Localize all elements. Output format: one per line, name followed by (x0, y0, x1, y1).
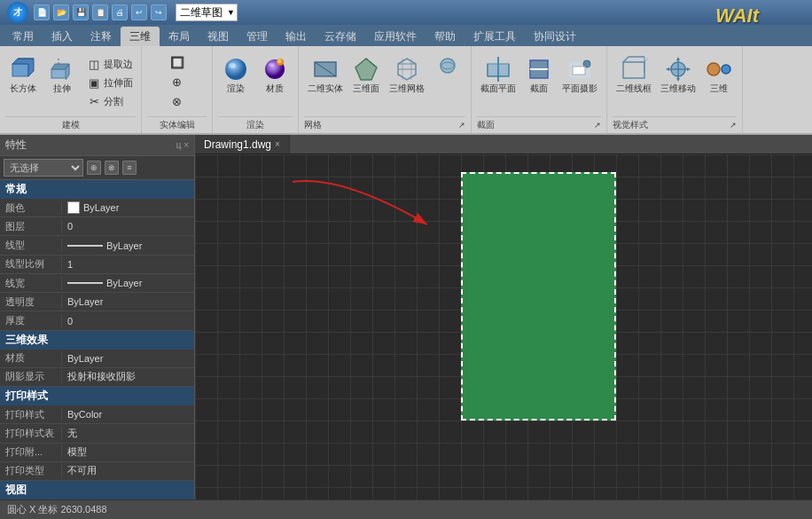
extract-edge-icon: ◫ (86, 56, 102, 72)
ribbon-group-mesh: 二维实体 三维面 (299, 46, 472, 133)
3d-face-label: 三维面 (353, 83, 379, 94)
green-rectangle (461, 172, 616, 421)
3d-mesh-label: 三维网格 (389, 83, 425, 94)
svg-rect-21 (573, 67, 585, 75)
ribbon-group-render: 渲染 (213, 46, 299, 133)
tab-manage[interactable]: 管理 (238, 27, 277, 46)
tool-flatshot[interactable]: 平面摄影 (558, 53, 601, 96)
2d-solid-label: 二维实体 (308, 83, 343, 94)
section-label: 截面 (530, 83, 548, 94)
ribbon-tabs: 常用 插入 注释 三维 布局 视图 管理 输出 云存储 应用软件 帮助 扩展工具… (0, 25, 812, 46)
box-label: 长方体 (10, 83, 36, 94)
save-icon[interactable]: 💾 (73, 4, 89, 20)
props-icon-1[interactable]: ⊕ (87, 161, 101, 175)
open-icon[interactable]: 📂 (53, 4, 69, 20)
svg-point-6 (269, 63, 274, 67)
tool-box[interactable]: 长方体 (5, 53, 41, 96)
tool-extract-edge[interactable]: ◫ 提取边 (83, 55, 136, 73)
prop-layer: 图层 0 (0, 217, 194, 236)
solid3-icon: ⊗ (169, 93, 185, 109)
tool-mesh-extra[interactable] (430, 53, 465, 85)
title-bar: 才 📄 📂 💾 📋 🖨 ↩ ↪ 二维草图 ▼ WAIt (0, 0, 812, 25)
group-label-mesh: 网格 ↗ (304, 116, 465, 131)
tool-extrude-face[interactable]: ▣ 拉伸面 (83, 74, 136, 91)
svg-point-14 (441, 59, 455, 73)
solid2-icon: ⊕ (169, 74, 185, 90)
visual-expand[interactable]: ↗ (730, 121, 737, 130)
tool-solid-3[interactable]: ⊗ (167, 92, 188, 110)
svg-rect-1 (51, 69, 66, 78)
3d-extra-label: 三维 (710, 83, 728, 94)
mesh-expand[interactable]: ↗ (458, 121, 465, 130)
2d-solid-icon (311, 55, 340, 83)
prop-linewidth: 线宽 ByLayer (0, 274, 194, 293)
tab-collab[interactable]: 协同设计 (525, 27, 585, 46)
tab-insert[interactable]: 插入 (43, 27, 82, 46)
tool-section-plane[interactable]: 截面平面 (477, 53, 519, 96)
tool-3d-mesh[interactable]: 三维网格 (386, 53, 428, 96)
new-icon[interactable]: 📄 (34, 4, 50, 20)
tool-3d-move[interactable]: 三维移动 (657, 53, 699, 96)
extrude-icon (48, 55, 76, 83)
workspace-dropdown[interactable]: 二维草图 ▼ (176, 4, 238, 21)
tool-material[interactable]: 材质 (257, 53, 293, 96)
tab-apps[interactable]: 应用软件 (365, 27, 426, 46)
properties-title: 特性 (5, 138, 27, 153)
tool-2d-solid[interactable]: 二维实体 (304, 53, 347, 96)
redo-icon[interactable]: ↪ (151, 4, 167, 20)
prop-thickness: 厚度 0 (0, 311, 194, 330)
tool-3d-face[interactable]: 三维面 (348, 53, 384, 96)
prop-color: 颜色 ByLayer (0, 199, 194, 217)
quick-access-toolbar: 📄 📂 💾 📋 🖨 ↩ ↪ (34, 4, 167, 20)
prop-shadow: 阴影显示 投射和接收阴影 (0, 368, 194, 387)
tab-close[interactable]: × (275, 139, 280, 149)
tool-section[interactable]: 截面 (521, 53, 557, 96)
properties-header: 特性 ц × (0, 135, 194, 156)
svg-marker-33 (687, 67, 691, 71)
tab-3d[interactable]: 三维 (121, 27, 160, 46)
tool-solid-1[interactable]: 🔲 (167, 53, 188, 71)
print-icon[interactable]: 🖨 (112, 4, 128, 20)
flatshot-icon (566, 55, 594, 83)
tab-output[interactable]: 输出 (277, 27, 316, 46)
section-view: 视图 (0, 481, 194, 499)
tool-solid-2[interactable]: ⊕ (167, 73, 188, 90)
tab-annotation[interactable]: 注释 (82, 27, 121, 46)
group-label-modeling: 建模 (5, 116, 136, 131)
prop-linetype: 线型 ByLayer (0, 236, 194, 255)
2d-wireframe-icon (620, 55, 648, 83)
extrude-face-icon: ▣ (86, 75, 102, 90)
props-icon-2[interactable]: ⊗ (105, 161, 119, 175)
tool-extrude[interactable]: 拉伸 (44, 53, 80, 96)
canvas-content[interactable] (195, 154, 812, 499)
group-label-section: 截面 ↗ (477, 116, 601, 131)
tab-name: Drawing1.dwg (204, 138, 271, 151)
tab-common[interactable]: 常用 (4, 27, 43, 46)
svg-line-24 (644, 57, 648, 62)
props-icon-3[interactable]: ≡ (122, 161, 137, 175)
prop-printtable: 打印样式表 无 (0, 424, 194, 443)
section-plane-label: 截面平面 (480, 83, 516, 94)
line-width-indicator (67, 282, 103, 284)
tool-3d-extra[interactable]: 三维 (701, 53, 737, 96)
object-select[interactable]: 无选择 (4, 159, 83, 177)
mesh-extra-icon (433, 55, 462, 83)
canvas-tab-drawing1[interactable]: Drawing1.dwg × (195, 135, 290, 153)
group-label-visual: 视觉样式 ↗ (613, 116, 737, 131)
section-expand[interactable]: ↗ (594, 121, 601, 130)
tool-render[interactable]: 渲染 (218, 53, 254, 96)
tool-split[interactable]: ✂ 分割 (83, 92, 136, 110)
tab-extend[interactable]: 扩展工具 (465, 27, 525, 46)
tool-2d-wireframe[interactable]: 二维线框 (613, 53, 655, 96)
section-icon (525, 55, 553, 83)
undo-icon[interactable]: ↩ (131, 4, 147, 20)
svg-point-4 (229, 63, 236, 68)
saveas-icon[interactable]: 📋 (92, 4, 108, 20)
tab-cloud[interactable]: 云存储 (316, 27, 365, 46)
tab-help[interactable]: 帮助 (426, 27, 465, 46)
solid1-icon: 🔲 (169, 54, 185, 70)
prop-material: 材质 ByLayer (0, 350, 194, 368)
status-text: 圆心 X 坐标 2630.0488 (7, 503, 107, 516)
tab-view[interactable]: 视图 (199, 27, 238, 46)
tab-layout[interactable]: 布局 (160, 27, 199, 46)
